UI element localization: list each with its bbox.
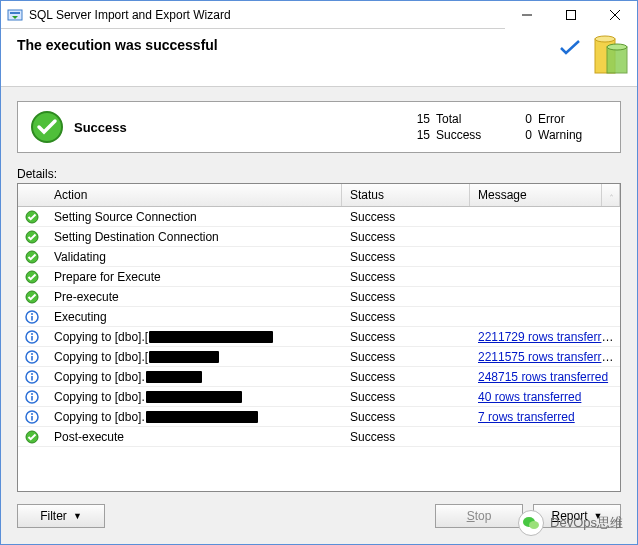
svg-point-24 xyxy=(31,373,33,375)
status-cell: Success xyxy=(342,210,470,224)
success-icon xyxy=(18,290,46,304)
info-icon xyxy=(18,370,46,384)
svg-rect-23 xyxy=(31,376,33,381)
message-cell[interactable]: 40 rows transferred xyxy=(470,390,620,404)
action-cell: Prepare for Execute xyxy=(46,270,342,284)
col-message[interactable]: Message xyxy=(470,184,602,206)
table-row[interactable]: Prepare for ExecuteSuccess xyxy=(18,267,620,287)
rows-transferred-link[interactable]: 40 rows transferred xyxy=(478,390,581,404)
status-cell: Success xyxy=(342,230,470,244)
rows-transferred-link[interactable]: 2211729 rows transferred xyxy=(478,330,615,344)
table-row[interactable]: ExecutingSuccess xyxy=(18,307,620,327)
page-title: The execution was successful xyxy=(17,37,218,53)
window-minimize-button[interactable] xyxy=(505,1,549,29)
action-cell: Copying to [dbo]. xyxy=(46,390,342,404)
svg-rect-17 xyxy=(31,336,33,341)
action-cell: Copying to [dbo]. xyxy=(46,410,342,424)
grid-body[interactable]: Setting Source ConnectionSuccessSetting … xyxy=(18,207,620,491)
window-titlebar[interactable]: SQL Server Import and Export Wizard xyxy=(1,1,637,29)
table-row[interactable]: Setting Source ConnectionSuccess xyxy=(18,207,620,227)
message-cell[interactable]: 2211575 rows transferred xyxy=(470,350,620,364)
svg-point-21 xyxy=(31,353,33,355)
status-cell: Success xyxy=(342,390,470,404)
col-action[interactable]: Action xyxy=(46,184,342,206)
status-cell: Success xyxy=(342,270,470,284)
filter-button[interactable]: Filter ▼ xyxy=(17,504,105,528)
success-label: Success xyxy=(436,128,506,142)
col-status[interactable]: Status xyxy=(342,184,470,206)
info-icon xyxy=(18,410,46,424)
table-row[interactable]: Post-executeSuccess xyxy=(18,427,620,447)
rows-transferred-link[interactable]: 2211575 rows transferred xyxy=(478,350,615,364)
svg-point-18 xyxy=(31,333,33,335)
wizard-art-icon xyxy=(585,33,631,79)
error-label: Error xyxy=(538,112,608,126)
action-cell: Setting Destination Connection xyxy=(46,230,342,244)
status-cell: Success xyxy=(342,370,470,384)
svg-rect-29 xyxy=(31,416,33,421)
status-cell: Success xyxy=(342,250,470,264)
action-cell: Executing xyxy=(46,310,342,324)
wizard-body: Success 15 Total 0 Error 15 Success 0 Wa… xyxy=(1,87,637,544)
success-icon xyxy=(18,250,46,264)
total-label: Total xyxy=(436,112,506,126)
message-cell[interactable]: 7 rows transferred xyxy=(470,410,620,424)
window-close-button[interactable] xyxy=(593,1,637,29)
summary-status-label: Success xyxy=(74,120,406,135)
info-icon xyxy=(18,350,46,364)
action-cell: Pre-execute xyxy=(46,290,342,304)
redacted-text xyxy=(146,411,258,423)
col-icon[interactable] xyxy=(18,184,46,206)
info-icon xyxy=(18,390,46,404)
status-cell: Success xyxy=(342,290,470,304)
rows-transferred-link[interactable]: 7 rows transferred xyxy=(478,410,575,424)
status-cell: Success xyxy=(342,430,470,444)
details-label: Details: xyxy=(17,167,621,181)
wizard-window: SQL Server Import and Export Wizard The … xyxy=(0,0,638,545)
status-cell: Success xyxy=(342,410,470,424)
table-row[interactable]: Copying to [dbo].Success248715 rows tran… xyxy=(18,367,620,387)
success-count: 15 xyxy=(406,128,434,142)
svg-rect-26 xyxy=(31,396,33,401)
window-maximize-button[interactable] xyxy=(549,1,593,29)
table-row[interactable]: ValidatingSuccess xyxy=(18,247,620,267)
warning-count: 0 xyxy=(508,128,536,142)
table-row[interactable]: Copying to [dbo].[Success2211575 rows tr… xyxy=(18,347,620,367)
table-row[interactable]: Copying to [dbo].[Success2211729 rows tr… xyxy=(18,327,620,347)
action-cell: Copying to [dbo].[ xyxy=(46,350,342,364)
table-row[interactable]: Copying to [dbo].Success7 rows transferr… xyxy=(18,407,620,427)
summary-panel: Success 15 Total 0 Error 15 Success 0 Wa… xyxy=(17,101,621,153)
svg-point-6 xyxy=(607,44,627,50)
info-icon xyxy=(18,330,46,344)
scroll-up-icon[interactable] xyxy=(602,184,620,206)
svg-rect-14 xyxy=(31,316,33,321)
svg-rect-5 xyxy=(607,47,627,73)
action-cell: Setting Source Connection xyxy=(46,210,342,224)
total-count: 15 xyxy=(406,112,434,126)
rows-transferred-link[interactable]: 248715 rows transferred xyxy=(478,370,608,384)
table-row[interactable]: Setting Destination ConnectionSuccess xyxy=(18,227,620,247)
svg-point-30 xyxy=(31,413,33,415)
success-badge-icon xyxy=(30,110,64,144)
svg-rect-20 xyxy=(31,356,33,361)
watermark: DevOps思维 xyxy=(518,510,623,536)
action-cell: Copying to [dbo]. xyxy=(46,370,342,384)
svg-point-15 xyxy=(31,313,33,315)
table-row[interactable]: Copying to [dbo].Success40 rows transfer… xyxy=(18,387,620,407)
grid-header: Action Status Message xyxy=(18,184,620,207)
table-row[interactable]: Pre-executeSuccess xyxy=(18,287,620,307)
wizard-header: The execution was successful xyxy=(1,29,637,87)
svg-point-33 xyxy=(529,521,539,529)
success-icon xyxy=(18,210,46,224)
success-icon xyxy=(18,230,46,244)
status-cell: Success xyxy=(342,330,470,344)
action-cell: Post-execute xyxy=(46,430,342,444)
redacted-text xyxy=(149,351,219,363)
message-cell[interactable]: 2211729 rows transferred xyxy=(470,330,620,344)
message-cell[interactable]: 248715 rows transferred xyxy=(470,370,620,384)
summary-stats: 15 Total 0 Error 15 Success 0 Warning xyxy=(406,112,608,142)
error-count: 0 xyxy=(508,112,536,126)
svg-point-4 xyxy=(595,36,615,42)
info-icon xyxy=(18,310,46,324)
status-cell: Success xyxy=(342,310,470,324)
